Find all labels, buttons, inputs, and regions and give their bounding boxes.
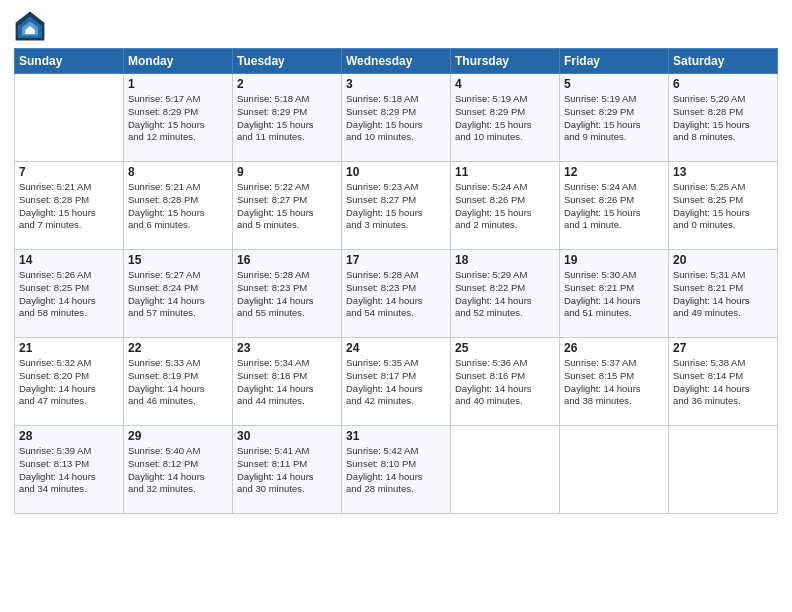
calendar-cell: 4Sunrise: 5:19 AM Sunset: 8:29 PM Daylig…: [451, 74, 560, 162]
day-info: Sunrise: 5:32 AM Sunset: 8:20 PM Dayligh…: [19, 357, 119, 408]
day-number: 30: [237, 429, 337, 443]
day-info: Sunrise: 5:31 AM Sunset: 8:21 PM Dayligh…: [673, 269, 773, 320]
calendar-table: SundayMondayTuesdayWednesdayThursdayFrid…: [14, 48, 778, 514]
calendar-cell: 9Sunrise: 5:22 AM Sunset: 8:27 PM Daylig…: [233, 162, 342, 250]
day-number: 4: [455, 77, 555, 91]
day-info: Sunrise: 5:27 AM Sunset: 8:24 PM Dayligh…: [128, 269, 228, 320]
day-number: 3: [346, 77, 446, 91]
calendar-cell: 5Sunrise: 5:19 AM Sunset: 8:29 PM Daylig…: [560, 74, 669, 162]
calendar-cell: 20Sunrise: 5:31 AM Sunset: 8:21 PM Dayli…: [669, 250, 778, 338]
day-number: 11: [455, 165, 555, 179]
day-info: Sunrise: 5:21 AM Sunset: 8:28 PM Dayligh…: [128, 181, 228, 232]
calendar-cell: 26Sunrise: 5:37 AM Sunset: 8:15 PM Dayli…: [560, 338, 669, 426]
day-info: Sunrise: 5:17 AM Sunset: 8:29 PM Dayligh…: [128, 93, 228, 144]
day-info: Sunrise: 5:20 AM Sunset: 8:28 PM Dayligh…: [673, 93, 773, 144]
day-number: 10: [346, 165, 446, 179]
weekday-header-saturday: Saturday: [669, 49, 778, 74]
day-info: Sunrise: 5:41 AM Sunset: 8:11 PM Dayligh…: [237, 445, 337, 496]
day-number: 9: [237, 165, 337, 179]
calendar-cell: 10Sunrise: 5:23 AM Sunset: 8:27 PM Dayli…: [342, 162, 451, 250]
day-info: Sunrise: 5:29 AM Sunset: 8:22 PM Dayligh…: [455, 269, 555, 320]
weekday-header-monday: Monday: [124, 49, 233, 74]
calendar-cell: 12Sunrise: 5:24 AM Sunset: 8:26 PM Dayli…: [560, 162, 669, 250]
day-info: Sunrise: 5:21 AM Sunset: 8:28 PM Dayligh…: [19, 181, 119, 232]
day-number: 7: [19, 165, 119, 179]
day-number: 25: [455, 341, 555, 355]
weekday-header-sunday: Sunday: [15, 49, 124, 74]
day-info: Sunrise: 5:19 AM Sunset: 8:29 PM Dayligh…: [564, 93, 664, 144]
day-info: Sunrise: 5:25 AM Sunset: 8:25 PM Dayligh…: [673, 181, 773, 232]
day-number: 16: [237, 253, 337, 267]
calendar-cell: 7Sunrise: 5:21 AM Sunset: 8:28 PM Daylig…: [15, 162, 124, 250]
calendar-header: SundayMondayTuesdayWednesdayThursdayFrid…: [15, 49, 778, 74]
calendar-week-1: 1Sunrise: 5:17 AM Sunset: 8:29 PM Daylig…: [15, 74, 778, 162]
day-info: Sunrise: 5:35 AM Sunset: 8:17 PM Dayligh…: [346, 357, 446, 408]
day-info: Sunrise: 5:40 AM Sunset: 8:12 PM Dayligh…: [128, 445, 228, 496]
day-number: 24: [346, 341, 446, 355]
calendar-cell: 22Sunrise: 5:33 AM Sunset: 8:19 PM Dayli…: [124, 338, 233, 426]
day-info: Sunrise: 5:28 AM Sunset: 8:23 PM Dayligh…: [346, 269, 446, 320]
day-number: 27: [673, 341, 773, 355]
calendar-cell: 16Sunrise: 5:28 AM Sunset: 8:23 PM Dayli…: [233, 250, 342, 338]
calendar-cell: 11Sunrise: 5:24 AM Sunset: 8:26 PM Dayli…: [451, 162, 560, 250]
calendar-week-3: 14Sunrise: 5:26 AM Sunset: 8:25 PM Dayli…: [15, 250, 778, 338]
day-number: 23: [237, 341, 337, 355]
day-number: 2: [237, 77, 337, 91]
day-number: 18: [455, 253, 555, 267]
calendar-cell: 13Sunrise: 5:25 AM Sunset: 8:25 PM Dayli…: [669, 162, 778, 250]
day-number: 20: [673, 253, 773, 267]
weekday-header-friday: Friday: [560, 49, 669, 74]
day-info: Sunrise: 5:42 AM Sunset: 8:10 PM Dayligh…: [346, 445, 446, 496]
calendar-cell: 17Sunrise: 5:28 AM Sunset: 8:23 PM Dayli…: [342, 250, 451, 338]
day-number: 17: [346, 253, 446, 267]
day-info: Sunrise: 5:38 AM Sunset: 8:14 PM Dayligh…: [673, 357, 773, 408]
day-number: 13: [673, 165, 773, 179]
page-header: [14, 10, 778, 42]
day-info: Sunrise: 5:18 AM Sunset: 8:29 PM Dayligh…: [237, 93, 337, 144]
calendar-cell: 21Sunrise: 5:32 AM Sunset: 8:20 PM Dayli…: [15, 338, 124, 426]
calendar-cell: 2Sunrise: 5:18 AM Sunset: 8:29 PM Daylig…: [233, 74, 342, 162]
logo: [14, 10, 50, 42]
calendar-cell: 30Sunrise: 5:41 AM Sunset: 8:11 PM Dayli…: [233, 426, 342, 514]
day-number: 29: [128, 429, 228, 443]
calendar-cell: 19Sunrise: 5:30 AM Sunset: 8:21 PM Dayli…: [560, 250, 669, 338]
calendar-cell: 3Sunrise: 5:18 AM Sunset: 8:29 PM Daylig…: [342, 74, 451, 162]
calendar-cell: 24Sunrise: 5:35 AM Sunset: 8:17 PM Dayli…: [342, 338, 451, 426]
day-info: Sunrise: 5:22 AM Sunset: 8:27 PM Dayligh…: [237, 181, 337, 232]
day-info: Sunrise: 5:30 AM Sunset: 8:21 PM Dayligh…: [564, 269, 664, 320]
day-info: Sunrise: 5:33 AM Sunset: 8:19 PM Dayligh…: [128, 357, 228, 408]
calendar-cell: [669, 426, 778, 514]
day-number: 21: [19, 341, 119, 355]
calendar-cell: 29Sunrise: 5:40 AM Sunset: 8:12 PM Dayli…: [124, 426, 233, 514]
day-info: Sunrise: 5:19 AM Sunset: 8:29 PM Dayligh…: [455, 93, 555, 144]
calendar-body: 1Sunrise: 5:17 AM Sunset: 8:29 PM Daylig…: [15, 74, 778, 514]
calendar-cell: 18Sunrise: 5:29 AM Sunset: 8:22 PM Dayli…: [451, 250, 560, 338]
calendar-cell: 27Sunrise: 5:38 AM Sunset: 8:14 PM Dayli…: [669, 338, 778, 426]
day-number: 15: [128, 253, 228, 267]
day-number: 28: [19, 429, 119, 443]
day-number: 14: [19, 253, 119, 267]
weekday-header-thursday: Thursday: [451, 49, 560, 74]
day-number: 12: [564, 165, 664, 179]
day-number: 22: [128, 341, 228, 355]
calendar-cell: 8Sunrise: 5:21 AM Sunset: 8:28 PM Daylig…: [124, 162, 233, 250]
calendar-week-2: 7Sunrise: 5:21 AM Sunset: 8:28 PM Daylig…: [15, 162, 778, 250]
day-number: 1: [128, 77, 228, 91]
day-info: Sunrise: 5:18 AM Sunset: 8:29 PM Dayligh…: [346, 93, 446, 144]
day-info: Sunrise: 5:39 AM Sunset: 8:13 PM Dayligh…: [19, 445, 119, 496]
calendar-cell: 14Sunrise: 5:26 AM Sunset: 8:25 PM Dayli…: [15, 250, 124, 338]
day-info: Sunrise: 5:26 AM Sunset: 8:25 PM Dayligh…: [19, 269, 119, 320]
day-info: Sunrise: 5:37 AM Sunset: 8:15 PM Dayligh…: [564, 357, 664, 408]
day-number: 19: [564, 253, 664, 267]
calendar-week-4: 21Sunrise: 5:32 AM Sunset: 8:20 PM Dayli…: [15, 338, 778, 426]
day-info: Sunrise: 5:23 AM Sunset: 8:27 PM Dayligh…: [346, 181, 446, 232]
weekday-header-wednesday: Wednesday: [342, 49, 451, 74]
calendar-cell: 15Sunrise: 5:27 AM Sunset: 8:24 PM Dayli…: [124, 250, 233, 338]
calendar-cell: 28Sunrise: 5:39 AM Sunset: 8:13 PM Dayli…: [15, 426, 124, 514]
day-info: Sunrise: 5:24 AM Sunset: 8:26 PM Dayligh…: [455, 181, 555, 232]
calendar-cell: 6Sunrise: 5:20 AM Sunset: 8:28 PM Daylig…: [669, 74, 778, 162]
calendar-cell: 1Sunrise: 5:17 AM Sunset: 8:29 PM Daylig…: [124, 74, 233, 162]
weekday-header-tuesday: Tuesday: [233, 49, 342, 74]
day-info: Sunrise: 5:24 AM Sunset: 8:26 PM Dayligh…: [564, 181, 664, 232]
day-number: 6: [673, 77, 773, 91]
